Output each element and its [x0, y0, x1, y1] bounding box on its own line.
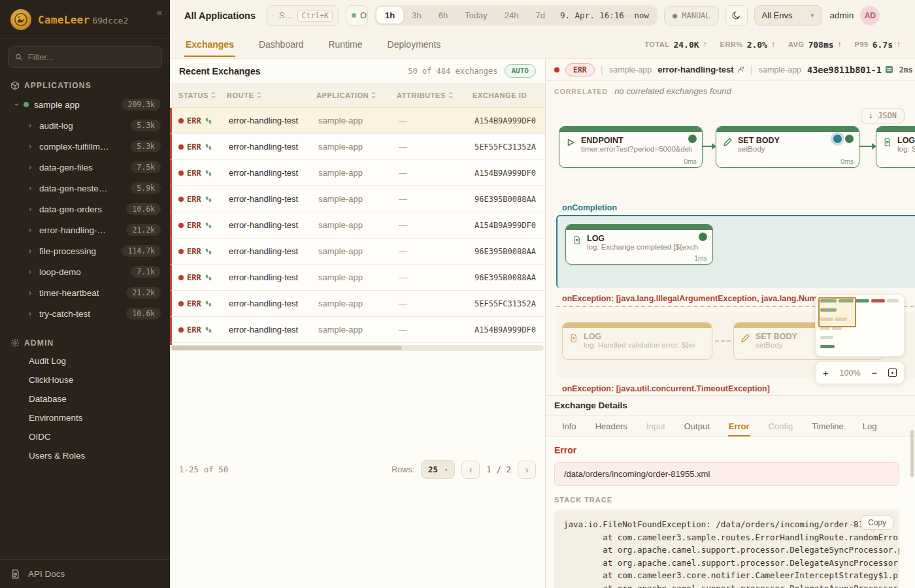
global-search[interactable]: S… Ctrl+K: [266, 5, 339, 26]
sidebar-route-item[interactable]: › timer-heartbeat 21.2k: [0, 282, 170, 303]
status-dot-icon: [845, 135, 854, 143]
admin-menu-item[interactable]: Environments: [0, 408, 170, 427]
minimap-viewport[interactable]: [818, 297, 856, 327]
column-exchange-id[interactable]: EXCHANGE ID: [473, 91, 545, 99]
status-dot-icon: [699, 233, 707, 241]
sidebar-route-item[interactable]: › data-gen-files 7.5k: [0, 157, 170, 178]
table-row[interactable]: ERR error-handling-test sample-app — A15…: [170, 212, 545, 238]
fit-view-button[interactable]: [888, 368, 897, 377]
exchange-detail-panel: ERR | sample-app error-handling-test | s…: [546, 59, 915, 588]
detail-exchange-id[interactable]: 43ee9811b801-1: [807, 65, 893, 75]
sidebar-route-item[interactable]: › loop-demo 7.1k: [0, 261, 170, 282]
manual-refresh-button[interactable]: ● MANUAL: [664, 6, 719, 25]
time-range-dates[interactable]: 9. Apr. 16:16–now: [554, 7, 656, 24]
prev-page-button[interactable]: ‹: [461, 461, 480, 479]
auto-refresh-badge[interactable]: AUTO: [505, 64, 537, 78]
admin-menu-item[interactable]: OIDC: [0, 427, 170, 446]
dark-mode-toggle[interactable]: [725, 5, 748, 26]
footprints-icon: [205, 326, 212, 334]
sidebar-item-sample-app[interactable]: › sample app 209.3k: [0, 94, 170, 115]
route-name: audit-log: [39, 121, 73, 131]
route-flow-canvas[interactable]: ↓ JSON ENDPOINTtimer:errorTest?period=50…: [546, 101, 915, 395]
sidebar-route-item[interactable]: › complex-fulfillm… 5.3k: [0, 136, 170, 157]
column-route[interactable]: ROUTE: [227, 91, 316, 99]
error-dot-icon: [178, 249, 184, 254]
table-row[interactable]: ERR error-handling-test sample-app — 96E…: [170, 186, 545, 212]
play-icon: [566, 138, 575, 147]
nav-tab[interactable]: Deployments: [386, 32, 442, 57]
details-tab[interactable]: Input: [646, 416, 666, 436]
admin-menu-item[interactable]: Users & Roles: [0, 446, 170, 465]
zoom-out-button[interactable]: −: [871, 367, 877, 378]
copy-button[interactable]: Copy: [861, 515, 893, 530]
exchange-details-title: Exchange Details: [546, 396, 915, 416]
environment-select[interactable]: All Envs ▾: [754, 5, 822, 25]
flow-minimap[interactable]: [815, 294, 905, 357]
time-range-option[interactable]: 1h: [376, 7, 403, 24]
nav-tab[interactable]: Dashboard: [258, 32, 305, 57]
sidebar-route-item[interactable]: › audit-log 5.3k: [0, 115, 170, 136]
table-row[interactable]: ERR error-handling-test sample-app — A15…: [170, 317, 545, 343]
time-range-option[interactable]: 24h: [496, 7, 527, 24]
sidebar-route-item[interactable]: › data-gen-orders 10.6k: [0, 199, 170, 220]
details-tab[interactable]: Error: [728, 416, 750, 436]
stack-trace-box[interactable]: Copy java.io.FileNotFoundException: /dat…: [554, 510, 899, 588]
flow-node-endpoint[interactable]: ENDPOINTtimer:errorTest?period=5000&dela…: [559, 126, 703, 168]
time-range-option[interactable]: 3h: [403, 7, 429, 24]
search-icon: [273, 11, 274, 20]
details-tab[interactable]: Log: [862, 416, 878, 436]
scrollbar-thumb[interactable]: [171, 346, 402, 350]
nav-tab[interactable]: Exchanges: [184, 32, 235, 57]
sort-icon: [257, 91, 261, 99]
sidebar-route-item[interactable]: › data-gen-neste… 5.9k: [0, 178, 170, 199]
details-tabs: Info Headers Input Output Error Config T…: [546, 416, 915, 437]
details-tab[interactable]: Headers: [595, 416, 628, 436]
table-row[interactable]: ERR error-handling-test sample-app — A15…: [170, 160, 545, 186]
vertical-scrollbar-thumb[interactable]: [910, 430, 914, 477]
flow-node-log[interactable]: LOGlog: Sta: [876, 126, 915, 168]
document-icon: [569, 334, 578, 342]
download-json-button[interactable]: ↓ JSON: [861, 108, 905, 123]
zoom-in-button[interactable]: +: [823, 367, 829, 378]
table-row[interactable]: ERR error-handling-test sample-app — 5EF…: [170, 134, 545, 160]
table-row[interactable]: ERR error-handling-test sample-app — 96E…: [170, 238, 545, 265]
time-range-option[interactable]: 7d: [527, 7, 554, 24]
flow-node-set-body[interactable]: SET BODYsetBody 0ms: [716, 126, 859, 168]
admin-menu-item[interactable]: ClickHouse: [0, 370, 170, 389]
rows-per-page-select[interactable]: 25 ▾: [421, 460, 455, 479]
next-page-button[interactable]: ›: [518, 461, 536, 479]
sidebar-route-item[interactable]: › error-handling-… 21.2k: [0, 220, 170, 240]
table-row[interactable]: ERR error-handling-test sample-app — 5EF…: [170, 291, 545, 317]
time-range-option[interactable]: Today: [456, 7, 496, 24]
count-badge: 21.2k: [126, 224, 161, 236]
minimap-bar: [871, 299, 885, 302]
column-status[interactable]: STATUS: [170, 91, 227, 99]
detail-route[interactable]: error-handling-test: [657, 65, 744, 74]
chevron-right-icon: ›: [29, 246, 31, 255]
details-tab[interactable]: Timeline: [811, 416, 844, 436]
avatar[interactable]: AD: [860, 6, 880, 25]
sidebar-collapse-button[interactable]: «: [157, 7, 162, 18]
admin-menu-item[interactable]: Audit Log: [0, 351, 170, 370]
flow-node-exception-log[interactable]: LOGlog: Handled validation error: ${exce: [562, 322, 712, 360]
error-dot-icon: [178, 118, 184, 123]
live-status-pill[interactable]: O: [346, 5, 368, 25]
flow-node-completion-log[interactable]: LOGlog: Exchange completed [${exchan 1ms: [565, 224, 713, 265]
table-row[interactable]: ERR error-handling-test sample-app — 96E…: [170, 265, 545, 291]
nav-tab[interactable]: Runtime: [327, 32, 363, 57]
table-row[interactable]: ERR error-handling-test sample-app — A15…: [170, 108, 545, 134]
sidebar-route-item[interactable]: › try-catch-test 10.6k: [0, 303, 170, 324]
sidebar-filter[interactable]: [8, 46, 162, 68]
details-tab[interactable]: Config: [768, 416, 794, 436]
details-tab[interactable]: Info: [561, 416, 577, 436]
sidebar-route-item[interactable]: › file-processing 114.7k: [0, 240, 170, 261]
error-dot-icon: [178, 327, 184, 333]
details-tab[interactable]: Output: [684, 416, 710, 436]
horizontal-scrollbar[interactable]: [171, 345, 544, 351]
filter-input[interactable]: [28, 52, 155, 62]
column-attributes[interactable]: ATTRIBUTES: [397, 91, 473, 99]
admin-menu-item[interactable]: Database: [0, 389, 170, 408]
api-docs-link[interactable]: API Docs: [0, 559, 170, 588]
time-range-option[interactable]: 6h: [430, 7, 456, 24]
column-application[interactable]: APPLICATION: [316, 91, 397, 99]
